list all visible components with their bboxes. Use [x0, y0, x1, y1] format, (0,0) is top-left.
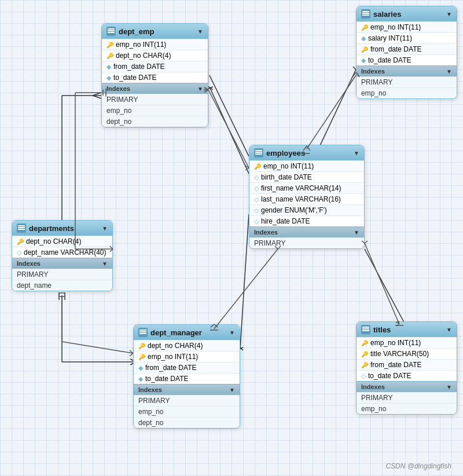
field-row: ◆from_date DATE: [102, 61, 208, 72]
field-row: ◆from_date DATE: [134, 362, 240, 373]
diamond-icon: ◇: [254, 185, 259, 192]
field-row: 🔑from_date DATE: [357, 359, 457, 370]
table-header-dept_manager: dept_manager▼: [134, 325, 240, 340]
field-name: emp_no INT(11): [116, 41, 166, 49]
dropdown-arrow-icon[interactable]: ▼: [197, 28, 203, 35]
svg-line-11: [315, 69, 356, 155]
table-header-titles: titles▼: [357, 322, 457, 337]
pk-icon: 🔑: [254, 163, 261, 170]
pk-icon: 🔑: [106, 42, 113, 48]
field-row: ◇gender ENUM('M','F'): [249, 204, 364, 215]
index-row: PRIMARY: [357, 392, 457, 403]
field-row: 🔑emp_no INT(11): [102, 39, 208, 50]
field-row: ◇dept_name VARCHAR(40): [12, 247, 112, 258]
table-title-departments: departments: [29, 224, 74, 233]
pk-icon: 🔑: [17, 239, 24, 245]
diamond-icon: ◇: [254, 218, 259, 225]
indexes-label: Indexes: [138, 386, 229, 393]
diamond-icon: ◇: [254, 174, 259, 181]
table-title-dept_emp: dept_emp: [119, 27, 154, 36]
field-name: dept_no CHAR(4): [26, 237, 81, 246]
indexes-header: Indexes▼: [357, 381, 457, 392]
field-name: title VARCHAR(50): [370, 350, 429, 358]
field-name: emp_no INT(11): [263, 162, 314, 170]
dropdown-arrow-icon[interactable]: ▼: [446, 11, 452, 17]
field-row: 🔑dept_no CHAR(4): [102, 50, 208, 61]
table-employees: employees▼🔑emp_no INT(11)◇birth_date DAT…: [249, 145, 365, 249]
field-row: ◇last_name VARCHAR(16): [249, 193, 364, 204]
table-header-dept_emp: dept_emp▼: [102, 24, 208, 39]
indexes-header: Indexes▼: [102, 83, 208, 94]
table-icon: [106, 27, 116, 36]
field-name: first_name VARCHAR(14): [261, 184, 341, 192]
field-name: from_date DATE: [370, 361, 421, 369]
field-name: birth_date DATE: [261, 173, 312, 181]
fk-icon: ◆: [138, 375, 143, 383]
field-name: from_date DATE: [145, 364, 196, 372]
index-row: emp_no: [102, 105, 208, 116]
field-row: ◇birth_date DATE: [249, 171, 364, 182]
field-row: 🔑title VARCHAR(50): [357, 348, 457, 359]
svg-line-52: [62, 342, 133, 353]
index-row: emp_no: [357, 87, 457, 98]
svg-line-8: [210, 87, 249, 174]
indexes-label: Indexes: [361, 383, 446, 390]
field-row: ◆salary INT(11): [357, 32, 457, 43]
table-header-employees: employees▼: [249, 145, 364, 160]
index-row: emp_no: [357, 403, 457, 414]
table-dept_manager: dept_manager▼🔑dept_no CHAR(4)🔑emp_no INT…: [133, 324, 240, 429]
indexes-dropdown-icon[interactable]: ▼: [446, 68, 452, 75]
indexes-dropdown-icon[interactable]: ▼: [102, 261, 108, 267]
field-row: 🔑dept_no CHAR(4): [134, 340, 240, 351]
svg-line-26: [307, 75, 356, 149]
field-name: from_date DATE: [113, 63, 164, 71]
pk-icon: 🔑: [361, 340, 368, 346]
dropdown-arrow-icon[interactable]: ▼: [446, 327, 452, 333]
field-row: ◇first_name VARCHAR(14): [249, 182, 364, 193]
pk-icon: 🔑: [106, 53, 113, 59]
field-name: last_name VARCHAR(16): [261, 195, 341, 203]
field-name: to_date DATE: [368, 56, 411, 64]
table-title-employees: employees: [266, 149, 305, 158]
field-row: ◇hire_date DATE: [249, 215, 364, 226]
fk-icon: ◆: [361, 57, 366, 64]
field-row: ◆to_date DATE: [102, 72, 208, 83]
table-salaries: salaries▼🔑emp_no INT(11)◆salary INT(11)🔑…: [356, 6, 457, 99]
table-header-salaries: salaries▼: [357, 6, 457, 21]
indexes-header: Indexes▼: [12, 258, 112, 269]
dropdown-arrow-icon[interactable]: ▼: [229, 329, 235, 336]
field-name: emp_no INT(11): [370, 23, 421, 31]
svg-line-25: [210, 75, 249, 156]
indexes-dropdown-icon[interactable]: ▼: [229, 387, 235, 393]
watermark-text: CSDN @dingdingfish: [385, 462, 451, 470]
indexes-header: Indexes▼: [249, 226, 364, 237]
indexes-label: Indexes: [254, 229, 354, 236]
pk-icon: 🔑: [361, 362, 368, 368]
table-header-departments: departments▼: [12, 221, 112, 236]
field-name: salary INT(11): [368, 34, 412, 42]
indexes-dropdown-icon[interactable]: ▼: [354, 229, 359, 236]
indexes-header: Indexes▼: [134, 384, 240, 395]
index-row: dept_no: [102, 116, 208, 127]
indexes-label: Indexes: [17, 260, 102, 267]
indexes-label: Indexes: [361, 68, 446, 75]
index-row: PRIMARY: [102, 94, 208, 105]
index-row: PRIMARY: [134, 395, 240, 406]
indexes-dropdown-icon[interactable]: ▼: [197, 86, 203, 92]
dropdown-arrow-icon[interactable]: ▼: [354, 150, 359, 156]
table-title-salaries: salaries: [373, 10, 401, 19]
svg-line-16: [240, 214, 249, 347]
fk-icon: ◆: [361, 35, 366, 42]
indexes-dropdown-icon[interactable]: ▼: [446, 384, 452, 390]
index-row: PRIMARY: [249, 237, 364, 248]
table-dept_emp: dept_emp▼🔑emp_no INT(11)🔑dept_no CHAR(4)…: [101, 23, 208, 127]
field-row: 🔑emp_no INT(11): [249, 160, 364, 171]
field-name: dept_name VARCHAR(40): [24, 248, 106, 257]
field-name: to_date DATE: [368, 372, 411, 380]
field-row: 🔑dept_no CHAR(4): [12, 236, 112, 247]
fk-icon: ◆: [106, 74, 111, 82]
dropdown-arrow-icon[interactable]: ▼: [102, 225, 108, 232]
pk-icon: 🔑: [138, 354, 145, 360]
svg-line-32: [208, 90, 249, 168]
table-icon: [361, 325, 370, 334]
